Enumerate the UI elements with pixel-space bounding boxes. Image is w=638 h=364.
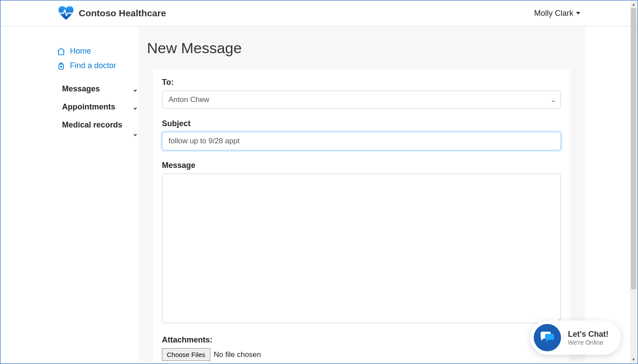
sidebar-section-messages[interactable]: Messages ⌄ xyxy=(57,80,138,98)
page-title: New Message xyxy=(138,26,585,69)
chevron-down-icon: ⌄ xyxy=(132,85,138,93)
message-label: Message xyxy=(162,161,561,170)
chat-subtitle: We're Online xyxy=(568,339,609,346)
user-name: Molly Clark xyxy=(534,9,573,18)
message-textarea[interactable] xyxy=(162,174,561,323)
sidebar: Home Find a doctor Messages ⌄ Appointmen… xyxy=(57,26,138,361)
sidebar-item-label: Appointments xyxy=(62,102,115,112)
brand[interactable]: Contoso Healthcare xyxy=(58,6,166,21)
attachments-label: Attachments: xyxy=(162,335,561,345)
brand-title: Contoso Healthcare xyxy=(79,8,166,18)
no-file-chosen-text: No file chosen xyxy=(214,350,261,359)
scrollbar-thumb[interactable] xyxy=(631,8,636,289)
form-group-message: Message xyxy=(162,161,561,325)
chevron-down-icon: ⌄ xyxy=(132,103,138,111)
scroll-down-arrow[interactable]: ▼ xyxy=(630,356,637,363)
message-form: To: Anton Chew ⌄ Subject Message Attachm… xyxy=(153,69,570,364)
sidebar-sections: Messages ⌄ Appointments ⌄ Medical record… xyxy=(57,73,138,142)
to-label: To: xyxy=(162,78,561,87)
sidebar-link-home[interactable]: Home xyxy=(57,44,138,58)
caret-down-icon xyxy=(576,12,580,15)
subject-label: Subject xyxy=(162,119,561,128)
sidebar-item-label: Medical records xyxy=(62,120,122,130)
sidebar-item-label: Home xyxy=(70,47,91,56)
chat-title: Let's Chat! xyxy=(568,330,609,339)
to-select[interactable]: Anton Chew xyxy=(162,91,561,109)
subject-input[interactable] xyxy=(162,132,561,150)
chevron-down-icon: ⌄ xyxy=(62,130,138,138)
main-area: Home Find a doctor Messages ⌄ Appointmen… xyxy=(0,26,638,361)
sidebar-section-medical-records[interactable]: Medical records ⌄ xyxy=(57,116,138,142)
find-doctor-icon xyxy=(57,62,66,70)
home-icon xyxy=(57,47,66,56)
form-group-attachments: Attachments: Choose Files No file chosen xyxy=(162,335,561,361)
scroll-up-arrow[interactable]: ▲ xyxy=(630,1,637,8)
heart-logo-icon xyxy=(58,6,74,21)
chat-widget[interactable]: Let's Chat! We're Online xyxy=(530,320,621,355)
chat-icon-circle xyxy=(534,324,561,351)
choose-files-button[interactable]: Choose Files xyxy=(162,348,210,361)
vertical-scrollbar[interactable]: ▲ ▼ xyxy=(630,1,637,363)
content: New Message To: Anton Chew ⌄ Subject Mes… xyxy=(138,26,585,361)
sidebar-item-label: Messages xyxy=(62,84,100,94)
form-group-to: To: Anton Chew ⌄ xyxy=(162,78,561,109)
form-group-subject: Subject xyxy=(162,119,561,150)
sidebar-section-appointments[interactable]: Appointments ⌄ xyxy=(57,98,138,116)
sidebar-link-find-doctor[interactable]: Find a doctor xyxy=(57,58,138,73)
chat-text: Let's Chat! We're Online xyxy=(568,330,609,346)
user-menu[interactable]: Molly Clark xyxy=(534,9,580,18)
chat-bubble-icon xyxy=(540,331,555,344)
sidebar-item-label: Find a doctor xyxy=(70,61,116,70)
app-header: Contoso Healthcare Molly Clark xyxy=(0,0,638,26)
